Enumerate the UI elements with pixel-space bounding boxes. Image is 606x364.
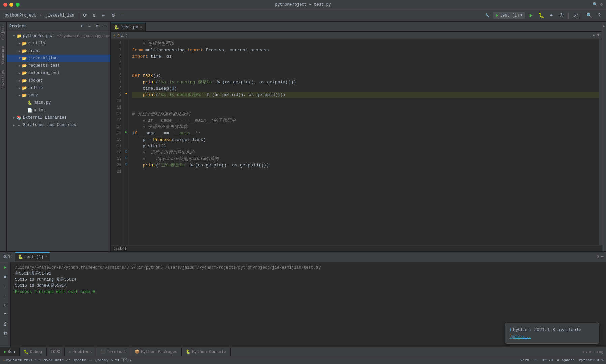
run-tab-test[interactable]: 🐍 test (1) ×	[15, 252, 50, 261]
update-link[interactable]: Update...	[509, 335, 531, 339]
python-console-tab-button[interactable]: 🐍 Python Console	[182, 347, 231, 356]
indent-settings[interactable]: 4 spaces	[557, 358, 575, 362]
sidebar-item-venv[interactable]: ▶ 📂 venv	[7, 92, 110, 99]
scroll-to-end-button[interactable]: ↓	[1, 282, 9, 290]
python-packages-tab-button[interactable]: 📦 Python Packages	[130, 347, 182, 356]
maximize-button[interactable]	[16, 3, 20, 7]
event-log-button[interactable]: Event Log	[583, 350, 603, 354]
code-line-19: # 用pycharm就是pycharm创造的	[132, 156, 599, 162]
vcs-status[interactable]: ⚠ PyCharm 2021.1.3 available // Update..…	[3, 358, 131, 363]
file-encoding[interactable]: UTF-8	[542, 358, 553, 362]
run-config-selector[interactable]: ▶ test (1) ▼	[493, 12, 525, 19]
breadcrumb-bar: task{}	[111, 245, 602, 251]
editor-scrollbar[interactable]	[599, 39, 602, 245]
sidebar-item-selenium_test[interactable]: ▶ 📂 selenium_test	[7, 69, 110, 77]
sidebar-item-jiekeshijian[interactable]: ▼ 📂 jiekeshijian	[7, 55, 110, 62]
sidebar-item-main-py[interactable]: 🐍 main.py	[7, 99, 110, 107]
run-tab-close[interactable]: ×	[45, 255, 47, 259]
sidebar-item-urllib[interactable]: ▶ 📂 urllib	[7, 84, 110, 92]
line-separator[interactable]: LF	[533, 358, 538, 362]
a_utils-arrow: ▶	[18, 42, 22, 46]
terminal-tab-icon: ⬛	[100, 349, 105, 354]
settings-button[interactable]: ⚙	[109, 11, 117, 20]
prev-output-button[interactable]: ↑	[1, 292, 9, 300]
run-minimize-icon[interactable]: —	[601, 254, 603, 259]
sidebar-item-label: External Libraries	[23, 115, 67, 120]
warning-nav[interactable]: ▲ ▼	[593, 33, 599, 37]
code-line-11	[132, 104, 599, 111]
sync-button[interactable]: ⟳	[81, 11, 89, 20]
txt-file-icon: 📄	[27, 108, 32, 113]
help-button[interactable]: ?	[595, 11, 603, 20]
problems-tab-button[interactable]: ⚠ Problems	[65, 347, 96, 356]
stop-button[interactable]: ■	[1, 273, 9, 281]
gutter-line-12	[124, 110, 128, 116]
close-sidebar-button[interactable]: —	[101, 23, 108, 29]
print-button[interactable]: 🖨	[1, 320, 9, 328]
code-editor[interactable]: # 也模块也可以 from multiprocessing import Pro…	[129, 39, 599, 245]
tab-name[interactable]: jiekeshijian	[43, 12, 76, 19]
todo-tab-button[interactable]: TODO	[47, 347, 65, 356]
statusbar-right: 9:20 LF UTF-8 4 spaces Python3.9.2	[520, 358, 603, 362]
search-toolbar-button[interactable]: 🔍	[585, 11, 593, 20]
sidebar-item-crawl[interactable]: ▶ 📂 crawl	[7, 47, 110, 55]
gutter-line-1	[124, 39, 128, 46]
clear-output-button[interactable]: 🗑	[1, 329, 9, 337]
ext-arrow: ▶	[12, 116, 16, 120]
editor-tab-test-py[interactable]: 🐍 test.py ×	[111, 23, 146, 31]
structure-tab-button[interactable]: Structure	[1, 43, 6, 67]
project-tab-button[interactable]: Project	[1, 23, 6, 42]
sidebar-item-a-txt[interactable]: 📄 a.txt	[7, 107, 110, 114]
toolbar-sep3	[582, 12, 582, 19]
minimize-button[interactable]	[9, 3, 13, 7]
socket-arrow: ▶	[18, 79, 22, 83]
close-button[interactable]	[3, 3, 7, 7]
sidebar-item-a_utils[interactable]: ▶ 📂 a_utils	[7, 40, 110, 47]
run-label: Run:	[3, 254, 12, 259]
output-line-1: 主55014爹是51491	[15, 271, 602, 277]
favorites-tab-button[interactable]: Favorites	[1, 67, 6, 91]
vcs-button[interactable]: ⎇	[571, 11, 579, 20]
cursor-position[interactable]: 9:20	[520, 358, 529, 362]
sidebar-item-scratches[interactable]: ▶ ✏ Scratches and Consoles	[7, 121, 110, 129]
urllib-arrow: ▶	[18, 86, 22, 90]
add-config-button[interactable]: 🔧	[483, 11, 491, 20]
code-line-17: p.start()	[132, 143, 599, 149]
run-tab-button[interactable]: ▶ Run	[0, 347, 20, 356]
sort-button[interactable]: ⇅	[90, 11, 98, 20]
scope-button[interactable]: ⊙	[79, 23, 85, 29]
debug-tab-button[interactable]: 🐛 Debug	[20, 347, 47, 356]
python-console-text: Python Console	[192, 350, 226, 354]
coverage-button[interactable]: ☂	[547, 11, 555, 20]
code-line-5	[132, 66, 599, 72]
sidebar-item-requests_test[interactable]: ▶ 📂 requests_test	[7, 62, 110, 69]
filter-output-button[interactable]: ≡	[1, 310, 9, 318]
collapse-sidebar-button[interactable]: ⇤	[87, 23, 93, 29]
sidebar-item-external-libraries[interactable]: ▶ 📚 External Libraries	[7, 114, 110, 121]
soft-wrap-button[interactable]: ⊔	[1, 301, 9, 309]
tree-root[interactable]: ▼ 📁 pythonProject ~/PycharmProjects/pyth…	[7, 32, 110, 40]
rerun-button[interactable]: ▶	[1, 263, 9, 271]
run-action-buttons: ▶ ■ ↓ ↑ ⊔ ≡ 🖨 🗑	[0, 262, 11, 347]
collapse-all-button[interactable]: ⇤	[100, 11, 108, 20]
terminal-tab-button[interactable]: ⬛ Terminal	[96, 347, 131, 356]
output-command: /Library/Frameworks/Python.framework/Ver…	[15, 265, 602, 271]
run-button[interactable]: ▶	[527, 11, 535, 20]
adview-tab[interactable]: ▶	[602, 22, 606, 30]
run-settings-icon[interactable]: ⚙	[597, 254, 599, 259]
settings-icon[interactable]: ⚙	[600, 2, 603, 7]
search-icon[interactable]: 🔍	[593, 2, 598, 7]
minimize-panel-button[interactable]: —	[119, 11, 127, 20]
profile-button[interactable]: ⏱	[557, 11, 566, 20]
sidebar-settings-button[interactable]: ⚙	[94, 23, 100, 29]
python-console-icon: 🐍	[186, 349, 191, 354]
project-name[interactable]: pythonProject	[3, 12, 38, 19]
run-config-dropdown: ▼	[521, 14, 522, 17]
code-line-21	[132, 169, 599, 175]
left-tool-window-bar: Project Structure Favorites	[0, 22, 7, 251]
project-icon: 📁	[16, 33, 22, 39]
sidebar-item-socket[interactable]: ▶ 📂 socket	[7, 77, 110, 84]
python-interpreter[interactable]: Python3.9.2	[579, 358, 603, 362]
tab-close-button[interactable]: ×	[140, 26, 142, 29]
debug-button[interactable]: 🐛	[537, 11, 545, 20]
